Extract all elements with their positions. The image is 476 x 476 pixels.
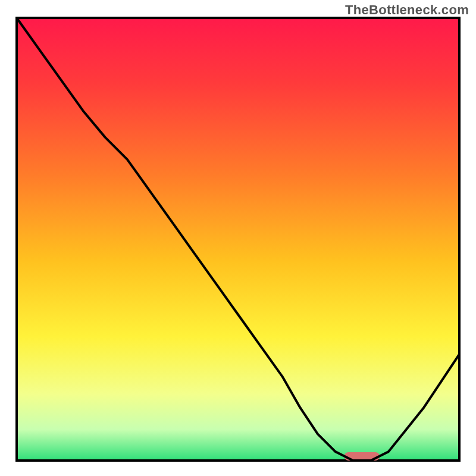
watermark-text: TheBottleneck.com xyxy=(345,2,469,18)
bottleneck-chart-svg xyxy=(0,0,476,476)
chart-container: { "watermark": "TheBottleneck.com", "cha… xyxy=(0,0,476,476)
plot-background xyxy=(17,18,459,461)
